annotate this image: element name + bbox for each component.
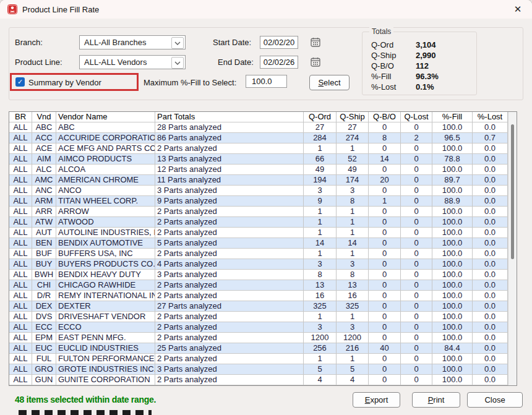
cell-q-ord: 256 (304, 343, 337, 354)
table-row[interactable]: ALLATWATWOOD2 Parts analyzed1100100.00.0 (9, 217, 508, 228)
status-text: 48 items selected within date range. (15, 395, 156, 404)
cell-vendor-name: GUNITE CORPORATION (56, 375, 155, 385)
table-row[interactable]: ALLALCALCOA12 Parts analyzed494900100.00… (9, 165, 508, 175)
summary-by-vendor-checkbox[interactable]: ✓ (15, 77, 25, 87)
table-row[interactable]: ALLEUCEUCLID INDUSTRIES25 Parts analyzed… (9, 343, 508, 354)
column-header-q-ord: Q-Ord (304, 112, 337, 122)
chevron-down-icon[interactable] (171, 57, 184, 69)
cell-vendor-name: EAST PENN MFG. (56, 333, 155, 343)
close-window-icon[interactable]: ✕ (508, 2, 527, 17)
table-row[interactable]: ALLEPMEAST PENN MFG.2 Parts analyzed1200… (9, 333, 508, 343)
branch-dropdown[interactable]: ALL-All Branches (79, 35, 186, 49)
scrollbar-thumb[interactable] (511, 124, 514, 259)
table-row[interactable]: ALLANCANCO3 Parts analyzed3300100.00.0 (9, 186, 508, 196)
table-row[interactable]: ALLABCABC28 Parts analyzed272700100.00.0 (9, 122, 508, 133)
start-date-calendar-icon[interactable] (309, 35, 322, 49)
product-line-dropdown[interactable]: ALL-ALL Vendors (79, 55, 186, 69)
cell-vendor-name: FULTON PERFORMANCE PRODUCTS (56, 354, 155, 364)
cell-vnd: DVS (32, 312, 56, 322)
totals-row: %-Lost0.1% (371, 82, 471, 92)
end-date-calendar-icon[interactable] (309, 55, 322, 69)
cell-vendor-name: EUCLID INDUSTRIES (56, 343, 155, 354)
select-button[interactable]: Select (309, 75, 350, 90)
column-header-q-ship: Q-Ship (337, 112, 369, 122)
table-row[interactable]: ALLD/RREMY INTERNATIONAL INC2 Parts anal… (9, 291, 508, 301)
cell-q-ord: 1 (304, 249, 337, 259)
column-header-q-bo: Q-B/O (369, 112, 401, 122)
cell-q-bo: 20 (369, 175, 401, 186)
cell-pct-lost: 0.0 (473, 186, 508, 196)
table-row[interactable]: ALLAIMAIMCO PRODUCTS13 Parts analyzed665… (9, 154, 508, 165)
totals-value: 0.1% (416, 82, 434, 92)
table-row[interactable]: ALLARMTITAN WHEEL CORP.9 Parts analyzed9… (9, 196, 508, 207)
table-row[interactable]: ALLGUNGUNITE CORPORATION2 Parts analyzed… (9, 375, 508, 385)
cell-q-ship: 13 (337, 280, 369, 291)
cell-pct-lost: 0.0 (473, 165, 508, 175)
cell-part-totals: 2 Parts analyzed (155, 143, 304, 154)
cell-pct-lost: 0.0 (473, 228, 508, 238)
cell-pct-fill: 100.0 (432, 165, 473, 175)
cell-q-bo: 0 (369, 354, 401, 364)
cell-pct-lost: 0.0 (473, 280, 508, 291)
table-row[interactable]: ALLBWHBENDIX HEAVY DUTY3 Parts analyzed8… (9, 270, 508, 280)
cell-vnd: ANC (32, 186, 56, 196)
totals-value: 96.3% (416, 71, 439, 82)
table-row[interactable]: ALLBUYBUYERS PRODUCTS CO.4 Parts analyze… (9, 259, 508, 270)
cell-vnd: AIM (32, 154, 56, 165)
table-row[interactable]: ALLECCECCO2 Parts analyzed3300100.00.0 (9, 322, 508, 333)
cell-part-totals: 3 Parts analyzed (155, 270, 304, 280)
cell-pct-fill: 100.0 (432, 186, 473, 196)
cell-q-bo: 14 (369, 154, 401, 165)
cell-q-ord: 14 (304, 238, 337, 249)
cell-br: ALL (9, 364, 32, 375)
table-row[interactable]: ALLACCACCURIDE CORPORATION86 Parts analy… (9, 133, 508, 143)
max-fill-input[interactable] (246, 75, 287, 88)
table-row[interactable]: ALLACEACE MFG AND PARTS CO.2 Parts analy… (9, 143, 508, 154)
table-row[interactable]: ALLAMCAMERICAN CHROME11 Parts analyzed19… (9, 175, 508, 186)
cell-q-ship: 216 (337, 343, 369, 354)
end-date-input[interactable] (260, 56, 298, 69)
cell-br: ALL (9, 133, 32, 143)
product-line-fill-rate-dialog: Product Line Fill Rate ✕ Branch: ALL-All… (0, 0, 532, 415)
vertical-scrollbar[interactable] (508, 112, 517, 385)
export-button[interactable]: Export (353, 392, 400, 408)
cell-br: ALL (9, 301, 32, 312)
table-row[interactable]: ALLAUTAUTOLINE INDUSTRIES, INC2 Parts an… (9, 228, 508, 238)
cell-q-lost: 0 (401, 301, 432, 312)
close-button[interactable]: Close (467, 392, 523, 408)
cell-pct-lost: 0.0 (473, 122, 508, 133)
cell-vendor-name: ACCURIDE CORPORATION (56, 133, 155, 143)
totals-panel: Totals Q-Ord3,104Q-Ship2,990Q-B/O112%-Fi… (362, 32, 477, 95)
table-row[interactable]: ALLBENBENDIX AUTOMOTIVE5 Parts analyzed1… (9, 238, 508, 249)
table-row[interactable]: ALLFULFULTON PERFORMANCE PRODUCTS2 Parts… (9, 354, 508, 364)
table-row[interactable]: ALLGROGROTE INDUSTRIES INC.3 Parts analy… (9, 364, 508, 375)
start-date-input[interactable] (260, 36, 298, 49)
cell-pct-fill: 100.0 (432, 364, 473, 375)
print-button[interactable]: Print (412, 392, 460, 408)
cell-part-totals: 4 Parts analyzed (155, 259, 304, 270)
cell-vnd: ARR (32, 207, 56, 217)
cell-q-lost: 0 (401, 270, 432, 280)
table-row[interactable]: ALLCHICHICAGO RAWHIDE2 Parts analyzed131… (9, 280, 508, 291)
cell-vendor-name: AIMCO PRODUCTS (56, 154, 155, 165)
chevron-down-icon[interactable] (171, 37, 184, 49)
cell-q-lost: 0 (401, 228, 432, 238)
results-table: BRVndVendor NamePart TotalsQ-OrdQ-ShipQ-… (9, 111, 517, 386)
cell-q-ord: 1 (304, 217, 337, 228)
table-row[interactable]: ALLARRARROW2 Parts analyzed1100100.00.0 (9, 207, 508, 217)
table-row[interactable]: ALLDEXDEXTER27 Parts analyzed32532500100… (9, 301, 508, 312)
cell-vendor-name: TITAN WHEEL CORP. (56, 196, 155, 207)
cell-br: ALL (9, 186, 32, 196)
cell-q-ord: 27 (304, 122, 337, 133)
cell-vnd: ECC (32, 322, 56, 333)
cell-br: ALL (9, 122, 32, 133)
cell-pct-fill: 100.0 (432, 312, 473, 322)
cell-q-ord: 16 (304, 291, 337, 301)
cell-br: ALL (9, 196, 32, 207)
totals-label: Q-B/O (371, 61, 416, 71)
cell-part-totals: 25 Parts analyzed (155, 343, 304, 354)
table-row[interactable]: ALLDVSDRIVESHAFT VENDOR2 Parts analyzed1… (9, 312, 508, 322)
cell-vnd: CHI (32, 280, 56, 291)
table-row[interactable]: ALLBUFBUFFERS USA, INC2 Parts analyzed11… (9, 249, 508, 259)
cell-q-ord: 49 (304, 165, 337, 175)
